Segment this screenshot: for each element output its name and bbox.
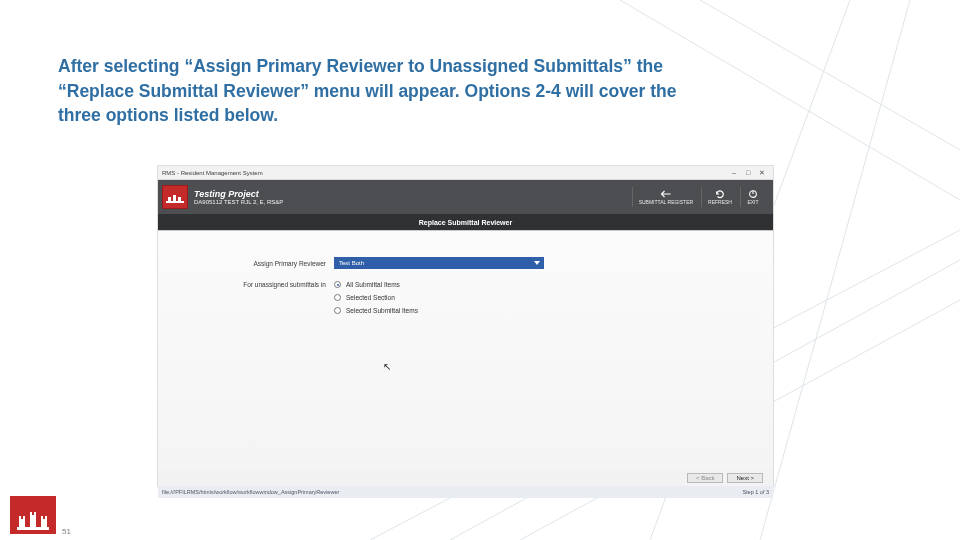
radio-all-submittal-items[interactable]: All Submittal Items [334,281,418,288]
svg-rect-14 [30,515,36,528]
app-header: Testing Project DA905112 TEST RJL 2, E, … [158,180,773,214]
svg-rect-21 [41,516,43,519]
svg-rect-13 [19,519,25,528]
svg-rect-17 [19,516,21,519]
file-path: file:///PFILRMS/htmls/workflow/workfloww… [162,489,339,495]
back-action[interactable]: SUBMITTAL REGISTER [632,187,699,207]
back-button[interactable]: < Back [687,473,724,483]
window-titlebar: RMS - Resident Management System – □ ✕ [158,166,773,180]
svg-rect-22 [45,516,47,519]
svg-rect-18 [23,516,25,519]
svg-rect-20 [34,512,36,515]
radio-dot [334,307,341,314]
reviewer-field-label: Assign Primary Reviewer [230,260,326,267]
back-icon [660,189,672,199]
radio-selected-section[interactable]: Selected Section [334,294,418,301]
castle-icon [16,509,50,531]
window-maximize[interactable]: □ [741,169,755,176]
power-icon [747,189,759,199]
status-bar: file:///PFILRMS/htmls/workflow/workfloww… [158,486,773,498]
slide-heading: After selecting “Assign Primary Reviewer… [58,54,698,128]
page-number: 51 [62,527,71,536]
window-minimize[interactable]: – [727,169,741,176]
app-logo [162,185,188,209]
wizard-footer: < Back Next > [158,470,773,486]
radio-selected-submittal-items[interactable]: Selected Submittal Items [334,307,418,314]
svg-rect-16 [17,527,49,530]
svg-rect-8 [173,195,176,202]
step-indicator: Step 1 of 3 [742,489,769,495]
window-close[interactable]: ✕ [755,169,769,177]
svg-rect-10 [166,201,184,203]
page-title-bar: Replace Submittal Reviewer [158,214,773,230]
cursor-icon: ↖ [383,361,391,372]
reviewer-dropdown[interactable]: Test Both [334,257,544,269]
refresh-icon [714,189,726,199]
svg-rect-15 [41,519,47,528]
form-content: Assign Primary Reviewer Test Both For un… [158,230,773,470]
window-title: RMS - Resident Management System [162,170,263,176]
radio-dot-selected [334,281,341,288]
scope-label: For unassigned submittals in [230,281,326,288]
exit-action[interactable]: EXIT [740,187,765,207]
refresh-action[interactable]: REFRESH [701,187,738,207]
svg-line-1 [700,0,960,150]
project-title: Testing Project [194,189,283,199]
reviewer-dropdown-value: Test Both [339,260,364,266]
radio-dot [334,294,341,301]
project-subtitle: DA905112 TEST RJL 2, E, RS&P [194,199,283,205]
app-screenshot: RMS - Resident Management System – □ ✕ T… [158,166,773,486]
usace-logo [10,496,56,534]
svg-line-6 [760,0,910,540]
next-button[interactable]: Next > [727,473,763,483]
page-title: Replace Submittal Reviewer [419,219,512,226]
svg-rect-19 [30,512,32,515]
